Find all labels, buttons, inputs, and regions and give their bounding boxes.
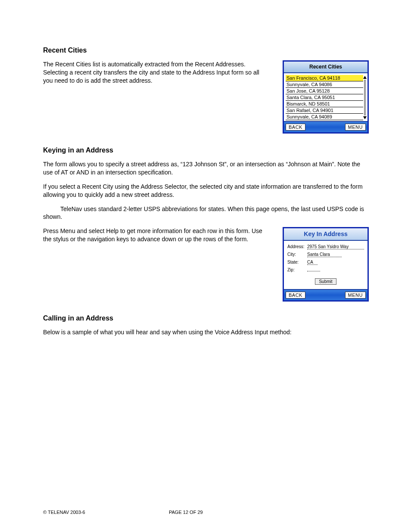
- keyin-panel: Key In Address Address: 2975 San Ysidro …: [283, 227, 369, 302]
- list-item[interactable]: Sunnyvale, CA 94089: [286, 114, 363, 120]
- keying-paragraph-3: TeleNav uses standard 2-letter USPS abbr…: [43, 205, 369, 221]
- recent-cities-row: The Recent Cities list is automatically …: [43, 60, 369, 134]
- calling-paragraph-1: Below is a sample of what you will hear …: [43, 328, 369, 336]
- heading-keying-address: Keying in an Address: [43, 146, 369, 154]
- submit-row: Submit: [287, 278, 364, 285]
- menu-button[interactable]: MENU: [345, 292, 366, 299]
- keyin-panel-title: Key In Address: [284, 228, 367, 241]
- recent-cities-footer: BACK MENU: [284, 121, 367, 132]
- list-item[interactable]: San Jose, CA 95128: [286, 88, 363, 94]
- list-item[interactable]: Sunnyvale, CA 94086: [286, 81, 363, 88]
- submit-button[interactable]: Submit: [315, 278, 336, 285]
- address-field[interactable]: 2975 San Ysidro Way: [307, 244, 364, 249]
- state-row: State: CA: [287, 260, 364, 265]
- list-item[interactable]: Bismarck, ND 58501: [286, 101, 363, 107]
- city-row: City: Santa Clara: [287, 252, 364, 257]
- state-label: State:: [287, 260, 307, 264]
- scroll-track[interactable]: [364, 80, 366, 115]
- address-label: Address:: [287, 244, 307, 249]
- recent-cities-panel-title: Recent Cities: [284, 62, 367, 73]
- zip-row: Zip:: [287, 268, 364, 272]
- back-button[interactable]: BACK: [286, 292, 305, 299]
- list-item[interactable]: Santa Clara, CA 95051: [286, 94, 363, 101]
- copyright-text: © TELENAV 2003-6: [43, 510, 85, 515]
- page-number: PAGE 12 OF 29: [169, 510, 203, 515]
- keyin-text: Press Menu and select Help to get more i…: [43, 227, 270, 249]
- address-row: Address: 2975 San Ysidro Way: [287, 244, 364, 249]
- document-page: Recent Cities The Recent Cities list is …: [0, 0, 411, 532]
- recent-cities-list: San Francisco, CA 94118 Sunnyvale, CA 94…: [284, 75, 363, 120]
- city-label: City:: [287, 252, 307, 257]
- state-field[interactable]: CA: [307, 260, 318, 265]
- list-item[interactable]: San Rafael, CA 94901: [286, 107, 363, 114]
- recent-cities-text: The Recent Cities list is automatically …: [43, 60, 270, 91]
- page-footer: © TELENAV 2003-6 PAGE 12 OF 29: [43, 510, 369, 515]
- keying-paragraph-2: If you select a Recent City using the Ad…: [43, 183, 369, 199]
- keying-paragraph-4: Press Menu and select Help to get more i…: [43, 227, 270, 243]
- scroll-up-icon[interactable]: [363, 76, 367, 79]
- recent-cities-paragraph: The Recent Cities list is automatically …: [43, 60, 270, 85]
- back-button[interactable]: BACK: [286, 124, 305, 131]
- zip-field[interactable]: [307, 271, 320, 271]
- recent-cities-panel: Recent Cities San Francisco, CA 94118 Su…: [283, 60, 369, 134]
- list-item[interactable]: San Francisco, CA 94118: [286, 75, 363, 81]
- menu-button[interactable]: MENU: [345, 124, 366, 131]
- city-field[interactable]: Santa Clara: [307, 252, 342, 257]
- zip-label: Zip:: [287, 268, 307, 272]
- scroll-down-icon[interactable]: [363, 116, 367, 119]
- keyin-form: Address: 2975 San Ysidro Way City: Santa…: [284, 241, 367, 289]
- keying-paragraph-1: The form allows you to specify a street …: [43, 160, 369, 177]
- heading-recent-cities: Recent Cities: [43, 47, 369, 54]
- keyin-row: Press Menu and select Help to get more i…: [43, 227, 369, 302]
- recent-cities-list-wrap: San Francisco, CA 94118 Sunnyvale, CA 94…: [284, 73, 367, 121]
- heading-calling-address: Calling in an Address: [43, 314, 369, 322]
- keyin-footer: BACK MENU: [284, 289, 367, 300]
- scrollbar[interactable]: [363, 75, 367, 120]
